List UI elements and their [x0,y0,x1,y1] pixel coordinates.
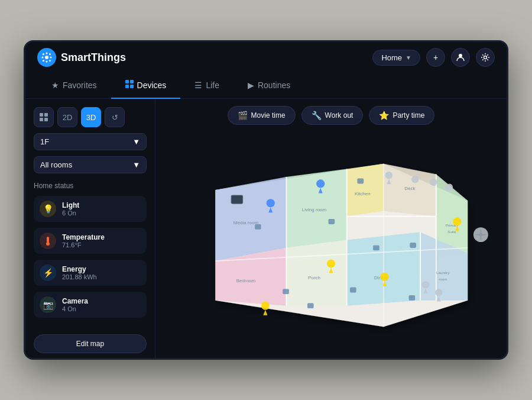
settings-button[interactable] [476,48,495,67]
tab-routines[interactable]: ▶ Routines [233,73,304,99]
scene-movie-button[interactable]: 🎬 Movie time [228,106,296,125]
party-icon: ⭐ [379,111,389,120]
light-icon: 💡 [40,201,56,217]
svg-rect-19 [47,237,49,243]
home-status-title: Home status [34,182,147,190]
svg-text:Suite: Suite [447,230,456,234]
svg-point-71 [430,179,437,186]
workout-icon: 🔧 [312,111,322,120]
small-device-9 [307,303,314,308]
smartthings-logo-icon [37,48,56,67]
svg-rect-81 [307,303,314,308]
tab-devices[interactable]: Devices [111,73,181,99]
pin-gray-6 [446,183,453,191]
scene-party-button[interactable]: ⭐ Party time [369,106,434,125]
svg-rect-13 [125,85,129,88]
energy-name: Energy [62,265,141,273]
svg-rect-11 [125,80,129,83]
tab-routines-label: Routines [258,80,290,90]
devices-icon [125,80,134,90]
status-item-camera[interactable]: 📷 Camera 4 On [34,292,147,318]
small-device-6 [255,224,261,230]
status-item-energy[interactable]: ⚡ Energy 201.88 kWh [34,260,147,286]
main-content: 2D 3D ↺ 1F ▼ All rooms ▼ Home status 💡 [25,99,507,360]
floorplan-area: Media room Living room Kitchen Deck Prim… [165,131,497,354]
pin-gray-5 [430,179,437,186]
app-name: SmartThings [61,51,126,64]
room-select[interactable]: All rooms ▼ [34,156,147,173]
svg-text:Bedroom: Bedroom [236,278,256,283]
profile-button[interactable] [451,48,470,67]
right-panel: 🎬 Movie time 🔧 Work out ⭐ Party time [155,99,507,360]
svg-rect-14 [130,85,134,88]
svg-point-85 [479,233,482,236]
svg-rect-15 [40,113,43,117]
status-item-light[interactable]: 💡 Light 6 On [34,196,147,222]
svg-point-8 [49,53,51,55]
tab-devices-label: Devices [137,80,167,90]
edit-map-button[interactable]: Edit map [34,334,147,353]
chevron-down-icon: ▼ [406,54,411,61]
view-3d-button[interactable]: 3D [81,107,101,127]
floorplan-svg: Media room Living room Kitchen Deck Prim… [166,148,497,337]
small-device-8 [350,288,356,293]
svg-point-9 [459,54,462,57]
temperature-icon [40,233,56,249]
view-2d-button[interactable]: 2D [57,107,77,127]
small-device-4 [373,245,379,250]
add-button[interactable]: + [426,48,445,67]
svg-point-6 [49,60,51,62]
sidebar: 2D 3D ↺ 1F ▼ All rooms ▼ Home status 💡 [25,99,155,360]
svg-point-5 [43,53,44,55]
floor-select[interactable]: 1F ▼ [34,133,147,150]
view-history-button[interactable]: ↺ [105,107,125,127]
tv-device [231,195,243,204]
favorites-icon: ★ [51,80,59,90]
svg-rect-77 [409,295,416,301]
tv-frame: SmartThings Home ▼ + ★ Favorites [24,40,508,360]
home-selector-label: Home [381,53,402,62]
temp-name: Temperature [62,233,141,241]
svg-point-0 [45,56,48,59]
svg-rect-75 [410,243,416,248]
status-item-temperature[interactable]: Temperature 71.6°F [34,228,147,254]
floor-label: 1F [40,137,49,146]
svg-point-51 [327,259,335,267]
home-selector[interactable]: Home ▼ [372,50,420,66]
svg-point-3 [42,57,44,59]
view-controls: 2D 3D ↺ [34,107,147,127]
energy-value: 201.88 kWh [62,273,141,280]
small-device-1 [283,289,289,294]
svg-point-68 [385,172,392,179]
routines-icon: ▶ [248,80,254,90]
movie-icon: 🎬 [238,111,248,120]
pin-gray-4 [411,176,419,183]
svg-point-4 [50,57,52,59]
room-label: All rooms [40,160,72,169]
life-icon: ☰ [194,80,202,90]
scene-party-label: Party time [392,111,424,120]
camera-value: 4 On [62,305,141,312]
small-device-7 [329,219,335,224]
small-device-3 [410,243,416,248]
tab-favorites[interactable]: ★ Favorites [37,73,111,99]
small-device-5 [409,295,416,301]
svg-rect-78 [255,224,261,230]
svg-text:Porch: Porch [308,275,320,280]
svg-text:Laundry: Laundry [436,270,450,275]
small-device-2 [357,179,364,184]
svg-rect-80 [350,288,356,293]
camera-name: Camera [62,297,141,305]
svg-point-1 [46,53,48,54]
svg-rect-73 [283,289,289,294]
svg-point-7 [43,60,44,62]
energy-icon: ⚡ [40,264,56,281]
svg-point-59 [267,199,275,207]
scene-workout-button[interactable]: 🔧 Work out [301,106,364,125]
view-grid-button[interactable] [34,107,54,127]
tab-life[interactable]: ☰ Life [180,73,233,99]
svg-point-64 [435,289,442,296]
svg-point-66 [422,281,429,288]
room-chevron-icon: ▼ [132,160,140,169]
svg-marker-28 [286,240,346,306]
